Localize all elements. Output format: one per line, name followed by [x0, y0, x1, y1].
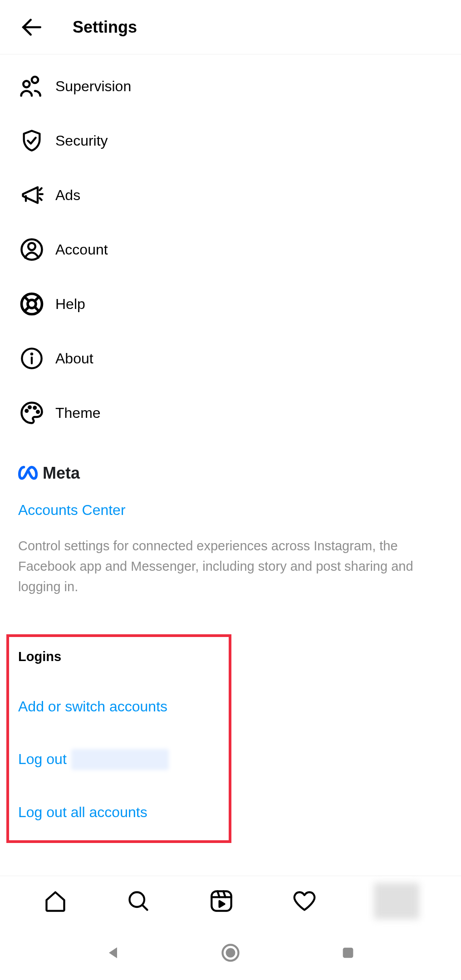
meta-description: Control settings for connected experienc… — [18, 536, 443, 597]
search-icon — [127, 889, 150, 913]
svg-line-10 — [25, 297, 29, 301]
settings-item-account[interactable]: Account — [0, 222, 461, 277]
svg-marker-27 — [220, 901, 225, 907]
redacted-username — [71, 749, 169, 770]
settings-item-ads[interactable]: Ads — [0, 168, 461, 222]
home-icon — [44, 889, 67, 913]
logout-link[interactable]: Log out — [18, 749, 443, 770]
svg-line-13 — [35, 307, 39, 311]
settings-item-theme[interactable]: Theme — [0, 386, 461, 440]
svg-line-22 — [142, 905, 147, 910]
nav-search[interactable] — [125, 887, 152, 915]
svg-point-2 — [23, 81, 29, 87]
square-recents-icon — [340, 945, 356, 960]
svg-marker-28 — [109, 947, 117, 958]
svg-point-18 — [29, 406, 31, 408]
header: Settings — [0, 0, 461, 54]
meta-icon — [18, 463, 39, 484]
settings-item-help[interactable]: Help — [0, 277, 461, 331]
avatar — [374, 883, 419, 919]
settings-item-supervision[interactable]: Supervision — [0, 59, 461, 113]
nav-home[interactable] — [42, 887, 69, 915]
settings-item-label: Supervision — [55, 78, 131, 95]
svg-rect-31 — [343, 948, 353, 958]
settings-item-label: Account — [55, 241, 108, 258]
circle-home-icon — [221, 943, 240, 962]
svg-point-30 — [226, 948, 235, 958]
svg-point-17 — [26, 410, 28, 412]
system-recents-button[interactable] — [337, 941, 359, 964]
svg-line-11 — [35, 297, 39, 301]
accounts-center-link[interactable]: Accounts Center — [18, 502, 443, 519]
system-home-button[interactable] — [219, 941, 242, 964]
svg-point-16 — [31, 353, 32, 354]
svg-line-5 — [39, 198, 41, 200]
svg-line-12 — [25, 307, 29, 311]
settings-item-security[interactable]: Security — [0, 113, 461, 168]
meta-section: Meta Accounts Center Control settings fo… — [0, 445, 461, 597]
svg-point-7 — [28, 243, 35, 250]
meta-brand-text: Meta — [43, 464, 80, 483]
settings-item-label: Security — [55, 132, 108, 149]
system-back-button[interactable] — [102, 941, 124, 964]
theme-icon — [18, 399, 45, 426]
settings-item-about[interactable]: About — [0, 331, 461, 386]
reels-icon — [210, 889, 233, 913]
settings-item-label: Theme — [55, 405, 101, 421]
supervision-icon — [18, 73, 45, 100]
ads-icon — [18, 181, 45, 209]
logins-section: Logins Add or switch accounts Log out Lo… — [0, 597, 461, 821]
page-title: Settings — [73, 18, 137, 37]
svg-line-3 — [39, 188, 41, 190]
nav-reels[interactable] — [208, 887, 235, 915]
link-label: Log out — [18, 751, 67, 768]
back-button[interactable] — [18, 14, 45, 41]
link-label: Log out all accounts — [18, 804, 147, 821]
help-icon — [18, 290, 45, 318]
meta-logo: Meta — [18, 463, 443, 484]
svg-point-19 — [34, 407, 36, 409]
account-icon — [18, 236, 45, 263]
nav-profile[interactable] — [374, 887, 419, 915]
add-switch-accounts-link[interactable]: Add or switch accounts — [18, 698, 443, 715]
svg-point-1 — [32, 77, 38, 83]
nav-activity[interactable] — [291, 887, 318, 915]
settings-item-label: Help — [55, 296, 85, 313]
logout-all-link[interactable]: Log out all accounts — [18, 804, 443, 821]
logins-title: Logins — [18, 649, 443, 664]
settings-item-label: Ads — [55, 187, 80, 204]
security-icon — [18, 127, 45, 154]
svg-rect-23 — [211, 891, 231, 911]
link-label: Add or switch accounts — [18, 698, 167, 715]
triangle-back-icon — [105, 945, 121, 961]
settings-item-label: About — [55, 350, 93, 367]
system-nav — [0, 926, 461, 980]
about-icon — [18, 345, 45, 372]
settings-list: Supervision Security Ads Account Help Ab… — [0, 54, 461, 445]
svg-point-20 — [37, 411, 39, 413]
bottom-nav — [0, 876, 461, 926]
heart-icon — [293, 889, 316, 913]
